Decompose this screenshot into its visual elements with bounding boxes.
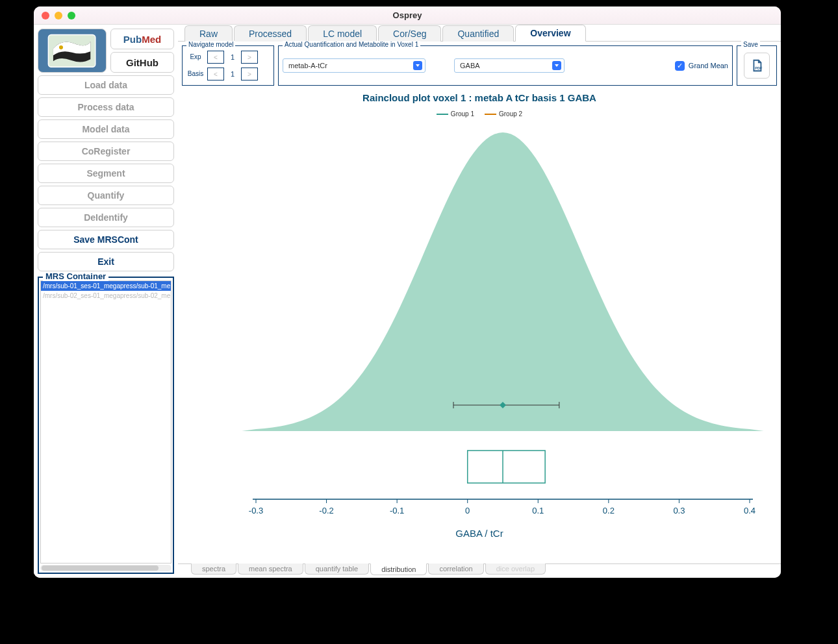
- zoom-icon[interactable]: [68, 12, 75, 19]
- quant-type-value: metab-A-tCr: [288, 62, 327, 69]
- window-body: PubMed GitHub Load data Process data Mod…: [34, 25, 781, 578]
- svg-point-1: [59, 45, 63, 49]
- save-box: Save PDF: [737, 45, 777, 86]
- checkbox-checked-icon: ✓: [675, 61, 685, 71]
- legend-group-1: Group 1: [437, 110, 474, 118]
- sidebar-btn-coregister[interactable]: CoRegister: [38, 142, 174, 161]
- close-icon[interactable]: [42, 12, 49, 19]
- svg-text:0: 0: [465, 506, 470, 515]
- quant-legend: Actual Quantification and Metabolite in …: [283, 41, 420, 48]
- mrs-list[interactable]: /mrs/sub-01_ses-01_megapress/sub-01_me..…: [40, 280, 171, 564]
- legend-group-2: Group 2: [485, 110, 522, 118]
- svg-text:-0.3: -0.3: [249, 506, 263, 515]
- metabolite-select[interactable]: GABA: [454, 58, 565, 73]
- x-axis-label: GABA / tCr: [178, 528, 781, 539]
- raincloud-plot: -0.3-0.2-0.100.10.20.30.4: [178, 126, 776, 567]
- legend-marker-icon: [485, 112, 496, 117]
- quant-type-select[interactable]: metab-A-tCr: [283, 58, 425, 73]
- github-button[interactable]: GitHub: [110, 52, 174, 73]
- list-item[interactable]: /mrs/sub-02_ses-01_megapress/sub-02_me..…: [41, 291, 171, 301]
- quantification-box: Actual Quantification and Metabolite in …: [278, 45, 733, 86]
- svg-text:0.4: 0.4: [744, 506, 755, 515]
- svg-text:0.2: 0.2: [603, 506, 615, 515]
- tab-meanspectra[interactable]: mean spectra: [238, 564, 303, 575]
- titlebar: Osprey: [34, 6, 781, 25]
- scrollbar-thumb[interactable]: [42, 565, 159, 571]
- sidebar-btn-exit[interactable]: Exit: [38, 252, 174, 271]
- controls-row: Navigate model Exp < 1 > Basis < 1 > Act…: [178, 42, 781, 87]
- tab-correlation[interactable]: correlation: [428, 564, 483, 575]
- traffic-lights: [42, 12, 75, 19]
- sidebar-btn-quantify[interactable]: Quantify: [38, 186, 174, 205]
- svg-text:0.1: 0.1: [532, 506, 544, 515]
- svg-text:-0.2: -0.2: [319, 506, 333, 515]
- nav-basis-value: 1: [227, 70, 238, 78]
- nav-exp-prev[interactable]: <: [207, 51, 224, 64]
- sidebar-btn-model[interactable]: Model data: [38, 119, 174, 139]
- save-legend: Save: [741, 41, 760, 48]
- pdf-icon: PDF: [750, 58, 764, 73]
- tab-distribution[interactable]: distribution: [370, 564, 427, 575]
- nav-basis-next[interactable]: >: [241, 68, 258, 80]
- chevron-down-icon: [413, 61, 422, 70]
- svg-rect-7: [468, 451, 545, 483]
- legend-marker-icon: [437, 112, 448, 117]
- sidebar-btn-save[interactable]: Save MRSCont: [38, 230, 174, 249]
- navigate-model-legend: Navigate model: [186, 41, 235, 48]
- sidebar-btn-process[interactable]: Process data: [38, 97, 174, 117]
- tab-diceoverlap: dice overlap: [485, 564, 546, 575]
- plot-area: Raincloud plot voxel 1 : metab A tCr bas…: [178, 87, 781, 564]
- tab-overview[interactable]: Overview: [515, 25, 585, 42]
- tab-raw[interactable]: Raw: [184, 25, 233, 42]
- main: Raw Processed LC model Cor/Seg Quantifie…: [178, 25, 781, 578]
- plot-legend: Group 1 Group 2: [178, 110, 781, 118]
- svg-text:0.3: 0.3: [673, 506, 685, 515]
- grand-mean-label: Grand Mean: [689, 62, 728, 69]
- logo-row: PubMed GitHub: [38, 29, 174, 73]
- mrs-container: MRS Container /mrs/sub-01_ses-01_megapre…: [38, 277, 174, 574]
- osprey-icon: [45, 34, 99, 68]
- minimize-icon[interactable]: [55, 12, 62, 19]
- sidebar-btn-load[interactable]: Load data: [38, 75, 174, 95]
- svg-text:PDF: PDF: [755, 66, 763, 70]
- tab-processed[interactable]: Processed: [234, 25, 307, 42]
- nav-basis-label: Basis: [186, 71, 205, 77]
- tabs-top: Raw Processed LC model Cor/Seg Quantifie…: [178, 25, 781, 42]
- svg-text:-0.1: -0.1: [390, 506, 404, 515]
- nav-basis-prev[interactable]: <: [207, 68, 224, 80]
- nav-exp-next[interactable]: >: [241, 51, 258, 64]
- sidebar-btn-segment[interactable]: Segment: [38, 164, 174, 183]
- plot-title: Raincloud plot voxel 1 : metab A tCr bas…: [178, 92, 781, 103]
- h-scrollbar[interactable]: [40, 565, 171, 571]
- tab-corseg[interactable]: Cor/Seg: [378, 25, 441, 42]
- nav-model-grid: Exp < 1 > Basis < 1 >: [186, 50, 258, 81]
- link-column: PubMed GitHub: [110, 29, 174, 73]
- nav-exp-value: 1: [227, 53, 238, 61]
- app-logo: [38, 29, 107, 73]
- tab-lcmodel[interactable]: LC model: [308, 25, 377, 42]
- metabolite-value: GABA: [460, 62, 480, 69]
- pubmed-button[interactable]: PubMed: [110, 29, 174, 49]
- navigate-model-box: Navigate model Exp < 1 > Basis < 1 >: [182, 45, 274, 86]
- sidebar: PubMed GitHub Load data Process data Mod…: [34, 25, 178, 578]
- window-title: Osprey: [34, 10, 781, 20]
- chevron-down-icon: [552, 61, 561, 70]
- app-window: Osprey PubMed GitHub: [34, 6, 781, 578]
- list-item[interactable]: /mrs/sub-01_ses-01_megapress/sub-01_me..…: [41, 281, 171, 291]
- mrs-container-legend: MRS Container: [43, 271, 108, 281]
- tab-quantifytable[interactable]: quantify table: [305, 564, 369, 575]
- sidebar-btn-deidentify[interactable]: DeIdentify: [38, 208, 174, 227]
- save-pdf-button[interactable]: PDF: [744, 53, 770, 79]
- tab-quantified[interactable]: Quantified: [442, 25, 514, 42]
- grand-mean-checkbox[interactable]: ✓ Grand Mean: [675, 61, 728, 71]
- nav-exp-label: Exp: [186, 54, 205, 60]
- tab-spectra[interactable]: spectra: [191, 564, 236, 575]
